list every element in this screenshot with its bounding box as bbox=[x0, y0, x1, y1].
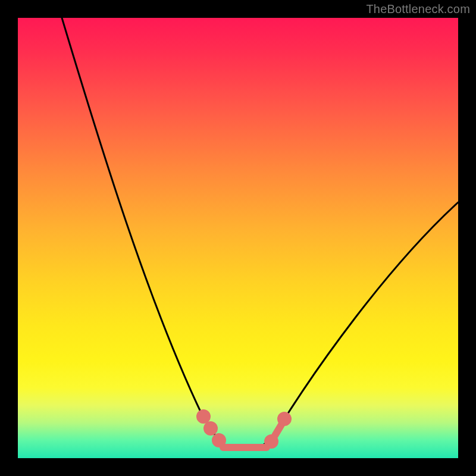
trough-marker bbox=[200, 413, 207, 420]
watermark-text: TheBottleneck.com bbox=[366, 2, 470, 16]
trough-marker bbox=[268, 438, 275, 445]
chart-plot-area bbox=[18, 18, 458, 458]
bottleneck-curve-path bbox=[62, 18, 458, 449]
trough-marker bbox=[207, 425, 214, 432]
trough-marker bbox=[215, 437, 223, 444]
trough-marker bbox=[281, 415, 288, 422]
trough-marker-group bbox=[200, 413, 288, 447]
trough-marker-bar bbox=[275, 424, 282, 436]
bottleneck-chart bbox=[18, 18, 458, 458]
